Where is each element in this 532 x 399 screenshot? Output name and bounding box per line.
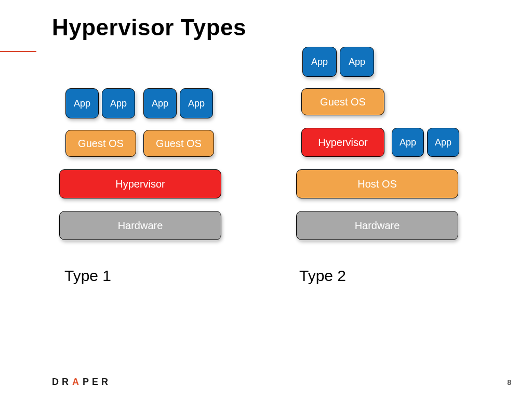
t2-hardware: Hardware (296, 211, 458, 240)
logo-p: P (83, 377, 92, 388)
t2-top-app-2: App (340, 47, 374, 77)
page-number: 8 (507, 378, 511, 387)
draper-logo: D R A P E R (52, 377, 111, 388)
t1-hypervisor: Hypervisor (59, 169, 221, 198)
t2-host-os: Host OS (296, 169, 458, 198)
t2-caption: Type 2 (299, 267, 346, 285)
t1-app-3: App (143, 88, 177, 118)
t2-side-app-2: App (427, 128, 459, 157)
t1-guest-os-1: Guest OS (65, 130, 136, 157)
logo-a: A (72, 377, 82, 388)
t1-caption: Type 1 (64, 267, 111, 285)
t2-side-app-1: App (392, 128, 424, 157)
t1-app-4: App (180, 88, 213, 118)
logo-d: D (52, 377, 62, 388)
title-rule (0, 51, 36, 52)
t2-top-app-1: App (302, 47, 337, 77)
t2-guest-os: Guest OS (301, 88, 384, 115)
logo-r1: R (62, 377, 72, 388)
t1-app-1: App (65, 88, 99, 118)
logo-e: E (92, 377, 101, 388)
slide-title: Hypervisor Types (52, 15, 246, 41)
t1-guest-os-2: Guest OS (143, 130, 214, 157)
t2-hypervisor: Hypervisor (301, 128, 384, 157)
logo-r2: R (101, 377, 111, 388)
t1-hardware: Hardware (59, 211, 221, 240)
t1-app-2: App (102, 88, 135, 118)
